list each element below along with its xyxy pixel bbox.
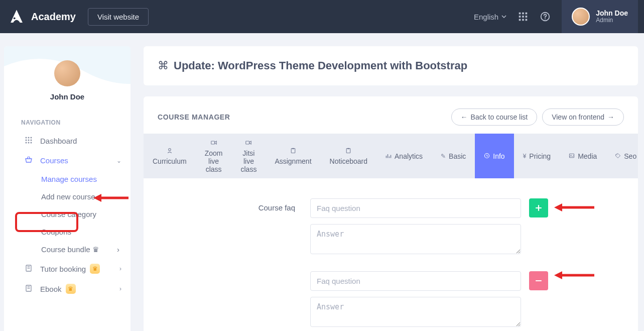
svg-rect-28 [211,141,214,144]
tab-info[interactable]: Info [475,134,513,178]
clipboard-icon [345,148,351,156]
tab-label: Seo [624,152,636,160]
svg-rect-7 [519,19,521,21]
svg-rect-29 [246,141,249,144]
tab-basic[interactable]: ✎ Basic [432,134,475,178]
tab-curriculum[interactable]: Curriculum [144,134,196,178]
svg-point-20 [31,142,32,144]
tab-zoom-live-class[interactable]: Zoom live class [196,134,232,178]
chart-icon [385,153,392,161]
remove-faq-button[interactable] [529,271,548,290]
pencil-icon: ✎ [441,153,446,160]
tab-label: Media [578,152,597,160]
sidebar: John Doe NAVIGATION Dashboard Courses ⌄ … [4,46,131,331]
tab-label: Noticeboard [330,157,368,165]
clipboard-icon [290,148,296,156]
sidebar-section-label: NAVIGATION [4,110,131,131]
clock-icon [484,153,490,161]
tab-label: Pricing [529,152,551,160]
user-name: John Doe [596,9,628,17]
tab-label: Assignment [275,157,311,165]
topbar: Academy Visit website English John Doe A… [0,0,644,33]
language-selector[interactable]: English [474,13,506,21]
sidebar-sub-add-course[interactable]: Add new course [41,188,131,205]
tab-label: Info [493,152,504,160]
brand[interactable]: Academy [8,8,76,25]
svg-rect-1 [519,13,521,15]
chevron-right-icon: › [119,265,121,272]
sidebar-sub-course-bundle[interactable]: Course bundle ♛ › [41,241,131,259]
crown-icon: ♛ [92,245,99,254]
svg-rect-6 [526,16,528,18]
course-tabs: Curriculum Zoom live class Jitsi live cl… [144,134,638,178]
svg-point-12 [26,137,27,139]
sidebar-sub-course-category[interactable]: Course category [41,205,131,223]
document-icon [24,264,33,274]
main-content: ⌘ Update: WordPress Theme Development wi… [144,33,644,331]
sidebar-item-tutor-booking[interactable]: Tutor booking ♛ › [4,259,131,279]
visit-website-button[interactable]: Visit website [88,8,149,26]
svg-rect-33 [347,148,350,149]
avatar [54,60,80,86]
brand-label: Academy [31,11,76,23]
svg-point-0 [14,17,16,19]
plus-icon [535,204,543,212]
sidebar-profile-name: John Doe [4,92,131,101]
button-label: Back to course list [471,113,528,121]
faq-question-input[interactable] [310,271,521,291]
view-frontend-button[interactable]: View on frontend → [542,108,624,126]
image-icon [569,153,575,161]
tab-seo[interactable]: Seo [606,134,644,178]
svg-point-18 [26,142,27,144]
tab-label: Curriculum [153,157,187,165]
sidebar-item-ebook[interactable]: Ebook ♛ › [4,279,131,299]
svg-point-19 [28,142,30,144]
faq-answer-textarea[interactable] [310,224,521,254]
faq-label: Course faq [164,198,295,212]
faq-answer-textarea[interactable] [310,297,521,327]
sidebar-profile: John Doe [4,46,131,110]
add-faq-button[interactable] [529,198,548,217]
tab-pricing[interactable]: ¥ Pricing [514,134,560,178]
back-to-list-button[interactable]: ← Back to course list [451,108,538,126]
sidebar-sub-manage-courses[interactable]: Manage courses [41,170,131,188]
tab-analytics[interactable]: Analytics [376,134,432,178]
sidebar-item-label: Course bundle [41,245,90,254]
arrow-left-icon: ← [461,113,468,121]
tab-jitsi-live-class[interactable]: Jitsi live class [231,134,266,178]
tab-label: Basic [449,152,466,160]
tab-noticeboard[interactable]: Noticeboard [321,134,377,178]
button-label: View on frontend [552,113,604,121]
tag-icon [615,153,621,161]
user-icon [167,148,173,156]
svg-rect-2 [522,13,524,15]
grid-icon [24,136,33,146]
sidebar-submenu-courses: Manage courses Add new course Course cat… [4,170,131,259]
chevron-right-icon: › [119,285,121,292]
faq-group-1 [310,198,618,262]
video-icon [245,140,251,148]
course-manager-card: COURSE MANAGER ← Back to course list Vie… [144,96,638,331]
svg-rect-31 [292,148,295,149]
sidebar-item-label: Courses [40,156,68,165]
help-icon[interactable] [540,11,551,22]
apps-grid-icon[interactable] [518,11,529,22]
faq-group-2 [310,271,618,331]
video-icon [211,140,217,148]
document-icon [24,284,33,294]
svg-rect-3 [526,13,528,15]
chevron-right-icon: › [117,245,119,254]
tab-assignment[interactable]: Assignment [266,134,320,178]
svg-rect-5 [522,16,524,18]
svg-point-37 [617,154,618,155]
sidebar-sub-coupons[interactable]: Coupons [41,223,131,241]
svg-point-27 [169,149,171,151]
sidebar-item-courses[interactable]: Courses ⌄ [4,151,131,170]
sidebar-item-dashboard[interactable]: Dashboard [4,131,131,151]
chevron-down-icon [501,14,506,19]
faq-question-input[interactable] [310,198,521,218]
user-menu[interactable]: John Doe Admin [562,0,638,33]
tab-label: Jitsi live class [240,149,256,173]
tab-media[interactable]: Media [560,134,606,178]
chevron-down-icon: ⌄ [116,157,121,164]
